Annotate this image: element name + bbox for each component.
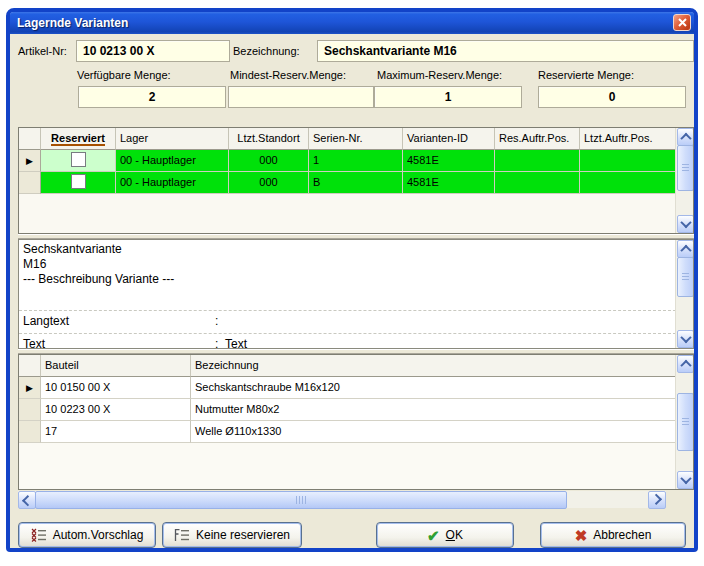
col-header-reserviert[interactable]: Reserviert	[41, 128, 116, 150]
col-header-bezeichnung[interactable]: Bezeichnung	[191, 355, 676, 377]
scroll-thumb[interactable]	[35, 491, 567, 509]
check-icon: ✔	[427, 528, 440, 543]
scroll-down-button[interactable]	[677, 215, 694, 233]
reserviert-cell	[41, 172, 116, 194]
thumb-grip	[682, 418, 689, 426]
parts-grid-header: Bauteil Bezeichnung	[19, 355, 676, 377]
ltzt-pos-cell	[580, 150, 676, 172]
row-selector-icon: ▶	[26, 156, 33, 166]
chevron-right-icon	[651, 494, 662, 505]
scroll-up-button[interactable]	[677, 355, 694, 373]
standort-cell: 000	[229, 172, 309, 194]
thumb-grip	[682, 273, 689, 281]
title-bar[interactable]: Lagernde Varianten	[10, 12, 694, 34]
reserviert-checkbox[interactable]	[71, 174, 86, 189]
maximum-reserv-menge-label: Maximum-Reserv.Menge:	[377, 68, 502, 82]
reserviert-cell	[41, 150, 116, 172]
reservierte-menge-field[interactable]: 0	[538, 86, 686, 108]
parts-row[interactable]: ▶ 10 0150 00 X Sechskantschraube M16x120	[19, 377, 676, 399]
standort-cell: 000	[229, 150, 309, 172]
horizontal-scrollbar[interactable]	[18, 491, 666, 508]
row-selector-cell: ▶	[19, 377, 41, 399]
variants-grid-scrollbar[interactable]	[675, 128, 693, 233]
chevron-down-icon	[680, 473, 691, 484]
reservierte-menge-label: Reservierte Menge:	[538, 68, 634, 82]
col-header-ltzt-pos[interactable]: Ltzt.Auftr.Pos.	[580, 128, 676, 150]
langtext-label: Langtext	[23, 314, 69, 328]
lager-cell: 00 - Hauptlager	[116, 172, 229, 194]
keine-reservieren-label: Keine reservieren	[196, 528, 290, 542]
scroll-down-button[interactable]	[677, 330, 694, 348]
artikel-label: Artikel-Nr:	[18, 44, 67, 58]
ok-button[interactable]: ✔ OK	[376, 522, 514, 548]
reserviert-checkbox[interactable]	[71, 152, 86, 167]
scroll-up-button[interactable]	[677, 128, 694, 146]
verfuegbare-menge-field[interactable]: 2	[78, 86, 226, 108]
bauteil-cell: 17	[41, 421, 191, 443]
variants-grid: Reserviert Lager Ltzt.Standort Serien-Nr…	[18, 127, 694, 234]
res-pos-cell	[495, 150, 580, 172]
artikel-field[interactable]: 10 0213 00 X	[76, 40, 230, 62]
col-header-lager[interactable]: Lager	[116, 128, 229, 150]
col-header-serien[interactable]: Serien-Nr.	[309, 128, 403, 150]
autom-vorschlag-label: Autom.Vorschlag	[53, 528, 144, 542]
bauteil-cell: 10 0150 00 X	[41, 377, 191, 399]
window-title: Lagernde Varianten	[10, 16, 128, 30]
dashed-separator	[19, 310, 676, 311]
thumb-grip	[296, 496, 306, 504]
text-colon: :	[215, 337, 218, 349]
serien-cell: B	[309, 172, 403, 194]
scroll-thumb[interactable]	[677, 145, 694, 191]
col-header-standort[interactable]: Ltzt.Standort	[229, 128, 309, 150]
variants-row[interactable]: ▶ 00 - Hauptlager 000 1 4581E	[19, 150, 676, 172]
chevron-left-icon	[22, 495, 33, 506]
row-selector-cell	[19, 399, 41, 421]
ltzt-pos-cell	[580, 172, 676, 194]
col-header-res-pos[interactable]: Res.Auftr.Pos.	[495, 128, 580, 150]
bezeichnung-cell: Welle Ø110x1330	[191, 421, 676, 443]
scroll-down-button[interactable]	[677, 471, 694, 489]
abbrechen-button[interactable]: ✖ Abbrechen	[540, 522, 686, 548]
autom-vorschlag-button[interactable]: Autom.Vorschlag	[18, 522, 156, 548]
col-header-variante[interactable]: Varianten-ID	[403, 128, 495, 150]
variante-cell: 4581E	[403, 150, 495, 172]
mindest-reserv-menge-label: Mindest-Reserv.Menge:	[230, 68, 346, 82]
dialog-window: Lagernde Varianten Artikel-Nr: 10 0213 0…	[6, 8, 698, 552]
langtext-colon: :	[215, 314, 218, 328]
parts-grid-scrollbar[interactable]	[675, 355, 693, 489]
bauteil-cell: 10 0223 00 X	[41, 399, 191, 421]
verfuegbare-menge-label: Verfügbare Menge:	[77, 68, 171, 82]
mindest-reserv-menge-field[interactable]	[228, 86, 374, 108]
bezeichnung-label: Bezeichnung:	[233, 44, 300, 58]
scroll-left-button[interactable]	[18, 491, 36, 509]
auto-suggest-list-icon	[31, 528, 47, 542]
close-button[interactable]	[673, 14, 691, 31]
description-line: --- Beschreibung Variante ---	[23, 272, 174, 286]
parts-row[interactable]: 10 0223 00 X Nutmutter M80x2	[19, 399, 676, 421]
selector-header-cell	[19, 355, 41, 377]
bezeichnung-field[interactable]: Sechskantvariante M16	[317, 40, 694, 62]
keine-reservieren-button[interactable]: Keine reservieren	[162, 522, 302, 548]
scroll-thumb[interactable]	[677, 257, 694, 297]
chevron-up-icon	[680, 133, 691, 144]
parts-row[interactable]: 17 Welle Ø110x1330	[19, 421, 676, 443]
text-label: Text	[23, 337, 45, 349]
col-header-bauteil[interactable]: Bauteil	[41, 355, 191, 377]
scroll-up-button[interactable]	[677, 240, 694, 258]
scroll-right-button[interactable]	[648, 491, 666, 509]
variants-row[interactable]: 00 - Hauptlager 000 B 4581E	[19, 172, 676, 194]
empty-list-icon	[174, 528, 190, 542]
parts-grid: Bauteil Bezeichnung ▶ 10 0150 00 X Sechs…	[18, 354, 694, 490]
description-scrollbar[interactable]	[675, 240, 693, 348]
description-panel[interactable]: Sechskantvariante M16 --- Beschreibung V…	[18, 239, 694, 349]
close-icon	[678, 18, 687, 27]
bezeichnung-cell: Sechskantschraube M16x120	[191, 377, 676, 399]
variants-grid-header: Reserviert Lager Ltzt.Standort Serien-Nr…	[19, 128, 676, 150]
maximum-reserv-menge-field[interactable]: 1	[374, 86, 522, 108]
scroll-thumb[interactable]	[677, 393, 694, 451]
thumb-grip	[682, 164, 689, 172]
abbrechen-label: Abbrechen	[593, 528, 651, 542]
chevron-down-icon	[680, 332, 691, 343]
chevron-up-icon	[680, 360, 691, 371]
screenshot-canvas: Lagernde Varianten Artikel-Nr: 10 0213 0…	[0, 0, 704, 566]
